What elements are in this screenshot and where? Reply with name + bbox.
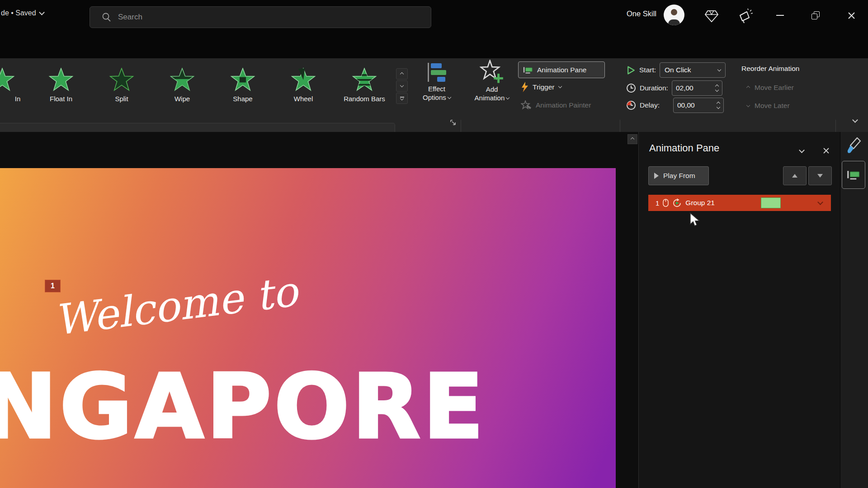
move-up-icon — [792, 174, 797, 178]
animation-dialog-launcher[interactable] — [449, 118, 457, 127]
animation-float-in[interactable]: Float In — [32, 68, 90, 103]
fly-in-star-icon — [0, 68, 14, 91]
pane-move-up-button[interactable] — [783, 166, 807, 185]
on-click-mouse-icon — [663, 199, 669, 207]
minimize-icon — [776, 15, 784, 16]
format-brush-button[interactable] — [844, 136, 864, 156]
effect-options-button[interactable]: Effect Options — [414, 61, 459, 101]
restore-icon — [811, 11, 820, 19]
delay-row: Delay: 00,00 — [626, 98, 724, 113]
float-in-star-icon — [49, 68, 73, 91]
duration-spinner[interactable]: 02,00 — [672, 80, 722, 96]
item-dropdown-chevron[interactable] — [817, 199, 823, 205]
animation-order-badge[interactable]: 1 — [45, 280, 61, 292]
chevron-down-icon — [39, 9, 45, 15]
brush-icon — [846, 137, 862, 155]
avatar[interactable] — [664, 5, 684, 25]
chevron-up-icon — [400, 72, 404, 75]
delay-value: 00,00 — [677, 101, 717, 109]
gallery-scroll-up-button[interactable] — [396, 68, 408, 80]
chevron-down-icon — [746, 103, 750, 107]
play-from-button[interactable]: Play From — [648, 166, 709, 185]
chevron-down-icon — [799, 147, 805, 153]
add-animation-button[interactable]: Add Animation — [468, 60, 515, 102]
autosave-status[interactable]: de • Saved — [1, 9, 44, 17]
animation-painter-label: Animation Painter — [536, 101, 591, 109]
animation-pane-icon — [847, 169, 860, 181]
play-icon — [654, 173, 659, 179]
animation-split[interactable]: Split — [92, 68, 151, 103]
duration-clock-icon — [626, 83, 636, 93]
premium-diamond-icon[interactable] — [703, 9, 720, 23]
add-animation-icon — [480, 60, 504, 84]
timeline-bar[interactable] — [761, 197, 781, 208]
title-bar: de • Saved One Skill — [0, 0, 868, 29]
animation-pane-title: Animation Pane — [649, 142, 719, 154]
delay-label: Delay: — [640, 101, 660, 109]
slide-title-text[interactable]: NGAPORE — [0, 355, 486, 458]
move-earlier-button[interactable]: Move Earlier — [747, 84, 794, 92]
item-label: Group 21 — [685, 199, 715, 207]
canvas-scroll-up-button[interactable] — [627, 134, 637, 144]
move-earlier-label: Move Earlier — [755, 84, 794, 92]
effect-options-label2: Options — [423, 94, 446, 101]
animation-pane-tool-button[interactable] — [842, 161, 865, 189]
animation-random-bars[interactable]: Random Bars — [335, 68, 394, 103]
chevron-down-icon — [558, 84, 561, 88]
animation-item-group-21[interactable]: 1 Group 21 — [648, 195, 831, 211]
animation-painter-button[interactable]: Animation Painter — [521, 100, 591, 110]
delay-spinner[interactable]: 00,00 — [673, 98, 724, 113]
animation-fly-in[interactable]: In — [0, 68, 32, 103]
start-play-icon — [626, 66, 636, 75]
add-animation-label2: Animation — [475, 94, 505, 102]
pane-close-button[interactable] — [818, 144, 834, 157]
ribbon-tab-row: View Developer BrightSlide Record Share — [0, 29, 868, 58]
close-button[interactable] — [841, 6, 862, 24]
animation-shape[interactable]: Shape — [213, 68, 272, 103]
play-from-label: Play From — [663, 172, 695, 180]
start-select[interactable]: On Click — [660, 62, 726, 78]
chevron-up-icon — [631, 137, 634, 141]
reorder-animation-title: Reorder Animation — [741, 65, 799, 73]
minimize-button[interactable] — [770, 6, 790, 24]
trigger-button[interactable]: Trigger — [521, 82, 561, 92]
ribbon-animations: In Float In Split Wipe Shape Wheel Rando… — [0, 58, 868, 132]
megaphone-icon[interactable] — [737, 8, 755, 24]
add-animation-label1: Add — [468, 85, 515, 93]
random-bars-star-icon — [352, 68, 377, 91]
move-later-label: Move Later — [755, 102, 790, 110]
animation-pane-button[interactable]: Animation Pane — [518, 61, 605, 78]
move-later-button[interactable]: Move Later — [747, 102, 790, 110]
split-star-icon — [109, 68, 134, 91]
delay-spin-arrows[interactable] — [717, 102, 720, 108]
trigger-bolt-icon — [521, 82, 528, 92]
delay-clock-icon — [626, 100, 636, 110]
chevron-up-icon — [746, 86, 750, 89]
duration-spin-arrows[interactable] — [716, 85, 718, 91]
slide[interactable]: 1 Welcome to NGAPORE — [0, 168, 616, 488]
start-label: Start: — [639, 66, 656, 74]
chevron-down-icon — [506, 96, 509, 99]
replay-icon — [672, 198, 682, 208]
search-bar[interactable] — [90, 6, 431, 28]
gallery-more-button[interactable] — [396, 93, 408, 104]
start-row: Start: On Click — [626, 62, 726, 78]
wheel-star-icon — [291, 68, 316, 91]
animation-wipe[interactable]: Wipe — [153, 68, 212, 103]
search-input[interactable] — [117, 12, 390, 22]
item-order: 1 — [656, 199, 659, 207]
slide-script-text[interactable]: Welcome to — [52, 264, 327, 345]
move-down-icon — [817, 174, 823, 178]
animation-wheel[interactable]: Wheel — [274, 68, 333, 103]
pane-collapse-button[interactable] — [794, 145, 809, 157]
start-value: On Click — [665, 66, 718, 74]
collapse-ribbon-button[interactable] — [847, 115, 863, 126]
account-name[interactable]: One Skill — [627, 9, 656, 18]
pane-move-down-button[interactable] — [808, 166, 832, 185]
duration-row: Duration: 02,00 — [626, 80, 722, 96]
gallery-scroll-down-button[interactable] — [396, 80, 408, 92]
animation-painter-icon — [521, 100, 532, 110]
search-icon — [102, 12, 112, 22]
mouse-cursor — [689, 212, 702, 228]
restore-button[interactable] — [806, 6, 826, 24]
